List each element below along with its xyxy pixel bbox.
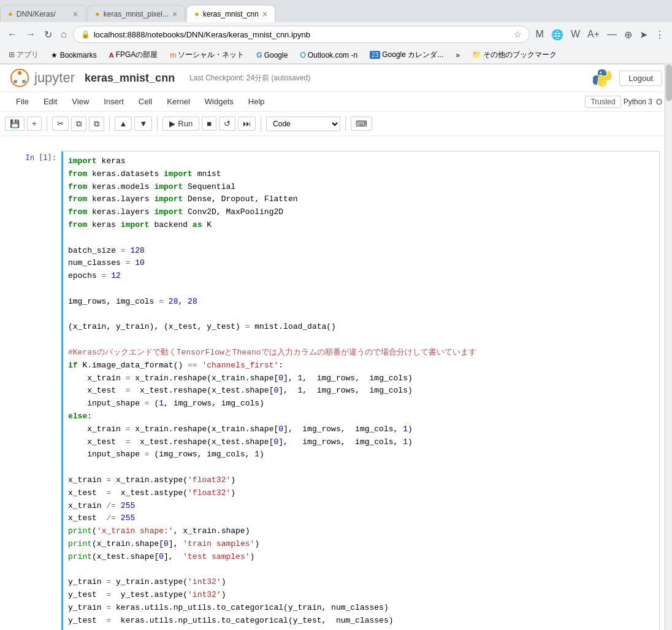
ext-btn-3[interactable]: W bbox=[568, 28, 582, 41]
ext-btn-7[interactable]: ➤ bbox=[637, 28, 650, 42]
jupyter-logo-icon bbox=[10, 68, 29, 88]
notebook-area[interactable]: In [1]: import keras from keras.datasets… bbox=[0, 136, 672, 630]
bookmark-folder[interactable]: 📁 その他のブックマーク bbox=[468, 48, 560, 61]
browser-extensions: M 🌐 W A+ — ⊕ ➤ ⋮ bbox=[533, 28, 667, 42]
checkpoint-info: Last Checkpoint: 24分前 (autosaved) bbox=[189, 73, 310, 83]
bookmark-google[interactable]: G Google bbox=[253, 50, 291, 61]
tab-favicon-2: ● bbox=[95, 9, 100, 18]
jupyter-brand-text: jupyter bbox=[34, 70, 75, 86]
tab-close-3[interactable]: × bbox=[262, 9, 267, 19]
save-button[interactable]: 💾 bbox=[5, 117, 25, 131]
tab-label-3: keras_mnist_cnn bbox=[203, 10, 259, 18]
ext-btn-4[interactable]: A+ bbox=[585, 28, 602, 41]
run-button[interactable]: ▶ Run bbox=[162, 117, 199, 131]
bookmark-social[interactable]: m ソーシャル・ネット bbox=[166, 48, 248, 61]
ext-btn-6[interactable]: ⊕ bbox=[622, 28, 635, 42]
ext-btn-5[interactable]: — bbox=[605, 28, 619, 41]
home-button[interactable]: ⌂ bbox=[58, 26, 69, 42]
trusted-badge: Trusted bbox=[585, 96, 620, 108]
bookmark-apps[interactable]: ⊞ アプリ bbox=[5, 48, 42, 61]
tab-dnn-keras[interactable]: ● DNN/Keras/ × bbox=[0, 5, 86, 22]
stop-button[interactable]: ■ bbox=[202, 117, 216, 131]
tab-favicon-1: ● bbox=[8, 9, 13, 18]
tab-keras-cnn[interactable]: ● keras_mnist_cnn × bbox=[186, 5, 275, 22]
toolbar-sep-2 bbox=[109, 117, 110, 131]
browser-chrome: ● DNN/Keras/ × ● keras_mnist_pixel... × … bbox=[0, 0, 672, 64]
kernel-status-circle bbox=[656, 99, 662, 105]
restart-run-button[interactable]: ⏭ bbox=[238, 117, 256, 131]
tab-keras-pixel[interactable]: ● keras_mnist_pixel... × bbox=[87, 5, 185, 22]
bookmark-more[interactable]: » bbox=[452, 50, 464, 61]
jupyter-header: jupyter keras_mnist_cnn Last Checkpoint:… bbox=[0, 64, 672, 92]
restart-button[interactable]: ↺ bbox=[219, 117, 235, 131]
bookmark-bookmarks[interactable]: ★ Bookmarks bbox=[47, 50, 100, 61]
code-cell-1[interactable]: In [1]: import keras from keras.datasets… bbox=[0, 151, 672, 630]
address-input[interactable]: localhost:8888/notebooks/DNN/Keras/keras… bbox=[94, 30, 510, 39]
tab-label-2: keras_mnist_pixel... bbox=[104, 10, 169, 18]
ext-btn-2[interactable]: 🌐 bbox=[549, 28, 566, 42]
move-up-button[interactable]: ▲ bbox=[115, 117, 132, 131]
svg-point-5 bbox=[603, 83, 605, 85]
lock-icon: 🔒 bbox=[81, 30, 90, 39]
bookmarks-bar: ⊞ アプリ ★ Bookmarks A FPGAの部屋 m ソーシャル・ネット … bbox=[0, 47, 672, 64]
scrollbar-track[interactable] bbox=[665, 64, 672, 630]
menu-cell[interactable]: Cell bbox=[132, 94, 158, 109]
move-down-button[interactable]: ▼ bbox=[134, 117, 152, 131]
svg-point-4 bbox=[600, 72, 601, 74]
python-icon bbox=[592, 68, 612, 88]
toolbar-sep-4 bbox=[261, 117, 261, 131]
jupyter-container: jupyter keras_mnist_cnn Last Checkpoint:… bbox=[0, 64, 672, 630]
browser-menu-btn[interactable]: ⋮ bbox=[652, 28, 667, 42]
toolbar-sep-1 bbox=[47, 117, 47, 131]
kernel-name: Python 3 bbox=[624, 98, 652, 106]
paste-cell-button[interactable]: ⧉ bbox=[89, 117, 104, 131]
cell-code-1[interactable]: import keras from keras.datasets import … bbox=[68, 155, 654, 630]
bookmark-fpga[interactable]: A FPGAの部屋 bbox=[105, 48, 162, 61]
bookmark-star-icon[interactable]: ☆ bbox=[514, 29, 522, 39]
ext-btn-1[interactable]: M bbox=[533, 28, 546, 41]
toolbar-sep-5 bbox=[345, 117, 346, 131]
cell-type-select[interactable]: Code Markdown Raw NBConvert bbox=[266, 117, 340, 131]
keyboard-shortcuts-button[interactable]: ⌨ bbox=[351, 117, 372, 131]
tab-label-1: DNN/Keras/ bbox=[17, 10, 56, 18]
menu-widgets[interactable]: Widgets bbox=[199, 94, 240, 109]
back-button[interactable]: ← bbox=[5, 26, 20, 42]
cell-label-1: In [1]: bbox=[12, 151, 61, 630]
menu-kernel[interactable]: Kernel bbox=[161, 94, 196, 109]
refresh-button[interactable]: ↻ bbox=[42, 26, 55, 43]
toolbar-sep-3 bbox=[157, 117, 158, 131]
logout-button[interactable]: Logout bbox=[619, 71, 662, 86]
bookmark-outlook[interactable]: O Outlook.com -n bbox=[296, 50, 361, 61]
run-icon: ▶ bbox=[169, 119, 175, 128]
notebook-name[interactable]: keras_mnist_cnn bbox=[85, 72, 175, 85]
menu-insert[interactable]: Insert bbox=[97, 94, 130, 109]
cell-content-1[interactable]: import keras from keras.datasets import … bbox=[61, 151, 660, 630]
tab-close-1[interactable]: × bbox=[73, 9, 78, 19]
scrollbar-thumb[interactable] bbox=[666, 64, 672, 101]
tab-close-2[interactable]: × bbox=[172, 9, 177, 19]
menu-help[interactable]: Help bbox=[242, 94, 271, 109]
address-bar-row: ← → ↻ ⌂ 🔒 localhost:8888/notebooks/DNN/K… bbox=[0, 22, 672, 47]
menu-view[interactable]: View bbox=[66, 94, 95, 109]
add-cell-button[interactable]: + bbox=[27, 117, 42, 131]
jupyter-toolbar: 💾 + ✂ ⧉ ⧉ ▲ ▼ ▶ Run ■ ↺ ⏭ Code Markdown … bbox=[0, 112, 672, 136]
bookmark-calendar[interactable]: 23 Google カレンダ... bbox=[366, 48, 447, 61]
tab-bar: ● DNN/Keras/ × ● keras_mnist_pixel... × … bbox=[0, 0, 672, 22]
jupyter-menubar: File Edit View Insert Cell Kernel Widget… bbox=[0, 92, 672, 112]
forward-button[interactable]: → bbox=[23, 26, 38, 42]
kernel-info: Python 3 bbox=[624, 98, 662, 106]
cut-cell-button[interactable]: ✂ bbox=[52, 117, 69, 131]
run-label: Run bbox=[178, 119, 193, 128]
menu-edit[interactable]: Edit bbox=[37, 94, 63, 109]
tab-favicon-3: ● bbox=[194, 9, 199, 18]
jupyter-logo: jupyter bbox=[10, 68, 75, 88]
address-bar[interactable]: 🔒 localhost:8888/notebooks/DNN/Keras/ker… bbox=[73, 26, 530, 43]
menu-file[interactable]: File bbox=[10, 94, 35, 109]
copy-cell-button[interactable]: ⧉ bbox=[71, 117, 86, 131]
jupyter-header-right: Logout bbox=[592, 68, 662, 88]
